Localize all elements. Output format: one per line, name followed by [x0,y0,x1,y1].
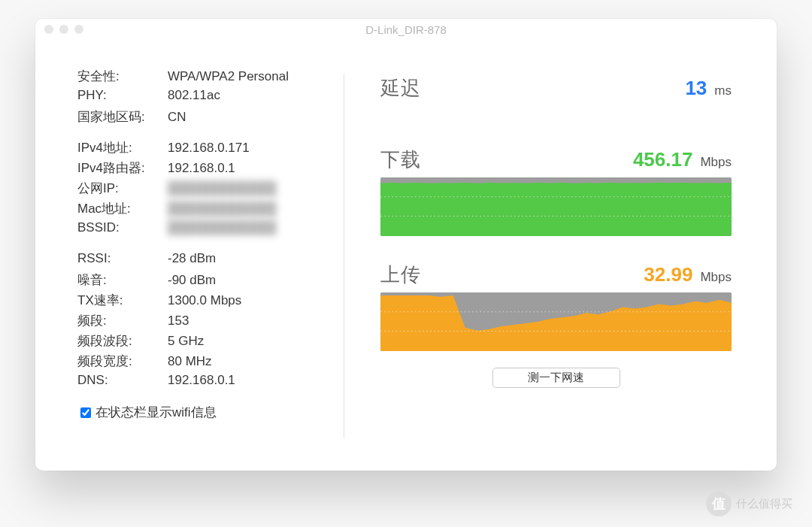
latency-metric: 延迟 13 ms [380,75,732,101]
watermark: 值 什么值得买 [706,491,792,516]
info-panel: 安全性:WPA/WPA2 PersonalPHY:802.11ac国家地区码:C… [35,41,344,471]
info-value: 153 [168,313,189,329]
info-row: PHY:802.11ac [77,88,344,108]
info-key: IPv4地址: [77,139,168,156]
info-key: Mac地址: [77,200,168,217]
info-value: 192.168.0.1 [168,161,235,176]
watermark-icon: 值 [706,491,732,516]
statusbar-checkbox-input[interactable] [80,407,91,418]
download-label: 下载 [380,147,421,173]
latency-label: 延迟 [380,75,421,101]
info-row: 频段波段:5 GHz [77,332,344,353]
info-key: 公网IP: [77,180,168,197]
info-row: 公网IP:████████████ [77,180,344,200]
statusbar-checkbox-label: 在状态栏显示wifi信息 [95,404,217,421]
upload-metric: 上传 32.99 Mbps [380,262,732,351]
info-key: 频段波段: [77,332,168,350]
info-row: 噪音:-90 dBm [77,271,344,292]
info-value: ████████████ [168,220,277,235]
info-row: IPv4路由器:192.168.0.1 [77,159,344,180]
download-chart [380,177,732,236]
info-value: 1300.0 Mbps [168,293,241,308]
latency-unit: ms [714,83,732,98]
watermark-text: 什么值得买 [736,497,792,511]
metrics-panel: 延迟 13 ms 下载 456.17 Mbps 上传 [344,41,777,471]
latency-value: 13 [685,77,707,100]
info-value: WPA/WPA2 Personal [168,69,289,84]
info-row: 安全性:WPA/WPA2 Personal [77,68,344,88]
info-row: Mac地址:████████████ [77,200,344,220]
info-key: IPv4路由器: [77,159,168,177]
info-value: 80 MHz [168,354,212,369]
upload-chart [380,292,732,351]
info-key: 国家地区码: [77,108,168,126]
info-row: BSSID:████████████ [77,220,344,241]
info-row: 国家地区码:CN [77,108,344,129]
app-window: D-Link_DIR-878 安全性:WPA/WPA2 PersonalPHY:… [35,19,777,471]
info-key: PHY: [77,88,168,103]
info-group: IPv4地址:192.168.0.171IPv4路由器:192.168.0.1公… [77,139,344,241]
info-value: ████████████ [168,181,277,196]
upload-unit: Mbps [700,270,732,285]
info-group: RSSI:-28 dBm噪音:-90 dBmTX速率:1300.0 Mbps频段… [77,251,344,393]
info-value: 192.168.0.171 [168,141,250,156]
info-value: 5 GHz [168,334,204,349]
info-value: 192.168.0.1 [168,373,235,388]
info-value: 802.11ac [168,88,220,103]
download-unit: Mbps [700,155,732,170]
info-key: 频段宽度: [77,353,168,370]
upload-label: 上传 [380,262,421,288]
speedtest-button[interactable]: 测一下网速 [492,368,620,388]
content: 安全性:WPA/WPA2 PersonalPHY:802.11ac国家地区码:C… [35,41,777,471]
info-key: 频段: [77,312,168,329]
info-row: 频段宽度:80 MHz [77,353,344,373]
info-value: CN [168,110,186,125]
info-key: 噪音: [77,271,168,289]
info-row: IPv4地址:192.168.0.171 [77,139,344,159]
titlebar[interactable]: D-Link_DIR-878 [35,19,777,41]
upload-value: 32.99 [644,263,692,286]
info-value: -90 dBm [168,273,216,288]
info-row: TX速率:1300.0 Mbps [77,292,344,312]
info-key: BSSID: [77,220,168,235]
info-value: -28 dBm [168,251,216,266]
download-metric: 下载 456.17 Mbps [380,147,732,236]
svg-marker-1 [380,183,732,236]
window-title: D-Link_DIR-878 [35,23,777,36]
info-key: RSSI: [77,251,168,266]
info-group: 安全性:WPA/WPA2 PersonalPHY:802.11ac国家地区码:C… [77,68,344,129]
info-row: 频段:153 [77,312,344,332]
info-key: TX速率: [77,292,168,309]
info-row: RSSI:-28 dBm [77,251,344,271]
statusbar-checkbox[interactable]: 在状态栏显示wifi信息 [77,404,344,421]
info-value: ████████████ [168,201,277,217]
info-row: DNS:192.168.0.1 [77,373,344,393]
info-key: DNS: [77,373,168,388]
info-key: 安全性: [77,68,168,85]
download-value: 456.17 [633,148,693,171]
